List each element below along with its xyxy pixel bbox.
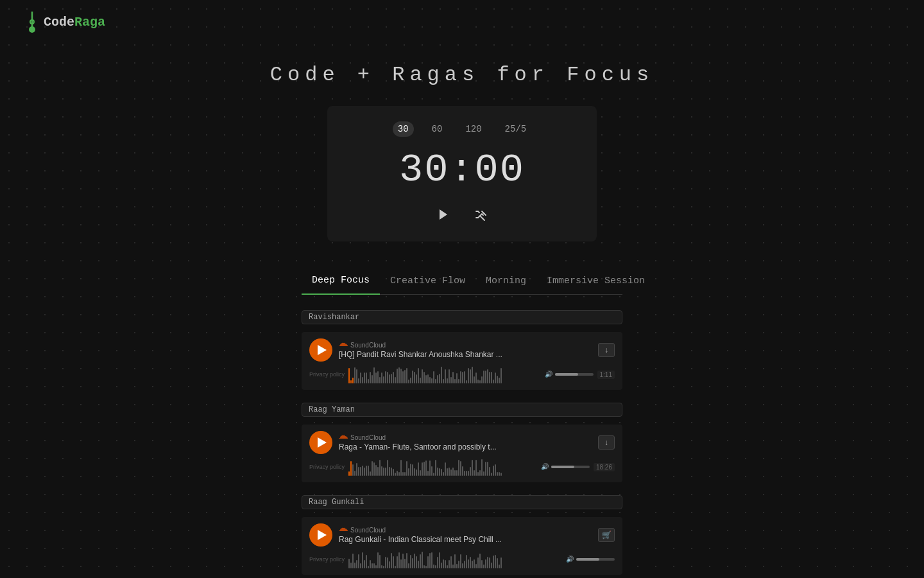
tab-morning[interactable]: Morning [475,267,536,294]
main-content: Code + Ragas for Focus 30 60 120 25/5 30… [0,44,924,578]
sc-title-1: Raga - Yaman- Flute, Santoor and possibl… [339,442,592,451]
sc-vol-slider-2[interactable] [576,558,615,561]
sc-privacy-1: Privacy policy [309,464,345,470]
sc-bottom-1: Privacy policy 🔊 18:26 [309,458,615,476]
sc-vol-fill-2 [576,558,599,561]
sc-play-icon-2 [318,530,327,540]
tabs-container: Deep Focus Creative Flow Morning Immersi… [302,267,622,295]
sc-actions-1: ↓ [598,435,615,450]
sc-vol-icon-0: 🔊 [545,371,552,378]
timer-widget: 30 60 120 25/5 30:00 [327,106,597,241]
play-icon [436,207,450,222]
sc-top-2: SoundCloud Rag Gunkali - Indian Classica… [309,523,615,547]
tab-creative-flow[interactable]: Creative Flow [380,267,475,294]
sc-vol-2: 🔊 [566,556,615,563]
logo-text: CodeRaga [44,15,105,30]
track-embed-0: SoundCloud [HQ] Pandit Ravi Shankar Anou… [302,332,622,390]
logo-icon [26,10,38,33]
sc-logo-text-0: SoundCloud [350,342,386,349]
soundcloud-logo-2 [339,527,348,532]
sc-privacy-0: Privacy policy [309,371,345,378]
sc-waveform-1 [348,458,537,476]
sc-vol-0: 🔊 [545,371,594,378]
sc-top-1: SoundCloud Raga - Yaman- Flute, Santoor … [309,431,615,454]
sc-bottom-0: Privacy policy 🔊 1:11 [309,365,615,383]
sc-time-1: 18:26 [594,463,615,471]
sc-info-0: SoundCloud [HQ] Pandit Ravi Shankar Anou… [339,342,592,359]
track-label-0: Ravishankar [302,310,622,324]
sc-play-2[interactable] [309,523,332,547]
sc-privacy-2: Privacy policy [309,556,345,563]
sc-vol-icon-2: 🔊 [566,556,574,563]
shuffle-icon [474,207,488,222]
sc-branding-1: SoundCloud [339,434,592,441]
sc-branding-0: SoundCloud [339,342,592,349]
track-embed-2: SoundCloud Rag Gunkali - Indian Classica… [302,517,622,575]
soundcloud-logo-1 [339,435,348,440]
preset-30[interactable]: 30 [393,121,414,137]
sc-vol-slider-1[interactable] [551,466,590,468]
preset-120[interactable]: 120 [460,121,486,137]
sc-info-1: SoundCloud Raga - Yaman- Flute, Santoor … [339,434,592,451]
sc-vol-fill-0 [555,373,578,376]
sc-download-2[interactable]: 🛒 [598,528,615,542]
preset-60[interactable]: 60 [427,121,448,137]
sc-download-1[interactable]: ↓ [598,435,615,450]
sc-vol-fill-1 [551,466,574,468]
sc-play-1[interactable] [309,431,332,454]
sc-play-0[interactable] [309,338,332,362]
sc-play-icon-1 [318,437,327,448]
playlist-container: Ravishankar SoundCloud [HQ] Pandit Ravi [302,310,622,578]
tab-immersive-session[interactable]: Immersive Session [536,267,655,294]
timer-display: 30:00 [399,147,525,193]
timer-presets: 30 60 120 25/5 [393,121,531,137]
soundcloud-logo-0 [339,342,348,347]
svg-marker-3 [440,209,447,220]
play-button[interactable] [431,203,454,226]
navbar: CodeRaga [0,0,924,44]
sc-download-0[interactable]: ↓ [598,343,615,357]
sc-logo-text-2: SoundCloud [350,527,386,534]
sc-waveform-2 [348,550,562,568]
sc-waveform-0 [348,365,541,383]
sc-play-icon-0 [318,345,327,355]
sc-top-0: SoundCloud [HQ] Pandit Ravi Shankar Anou… [309,338,615,362]
sc-time-0: 1:11 [597,371,615,379]
sc-logo-text-1: SoundCloud [350,434,386,441]
tab-deep-focus[interactable]: Deep Focus [302,267,380,295]
sc-vol-slider-0[interactable] [555,373,594,376]
timer-controls [431,203,493,226]
page-title: Code + Ragas for Focus [270,63,654,87]
sc-branding-2: SoundCloud [339,527,592,534]
track-label-2: Raag Gunkali [302,495,622,509]
sc-vol-icon-1: 🔊 [541,463,549,471]
logo: CodeRaga [26,10,105,33]
sc-title-2: Rag Gunkali - Indian Classical meet Psy … [339,535,592,544]
shuffle-button[interactable] [470,203,493,226]
track-embed-1: SoundCloud Raga - Yaman- Flute, Santoor … [302,425,622,482]
sc-title-0: [HQ] Pandit Ravi Shankar Anoushka Shanka… [339,350,592,359]
sc-actions-0: ↓ [598,343,615,357]
sc-bottom-2: Privacy policy 🔊 [309,550,615,568]
sc-actions-2: 🛒 [598,528,615,542]
sc-vol-1: 🔊 [541,463,590,471]
sc-info-2: SoundCloud Rag Gunkali - Indian Classica… [339,527,592,544]
track-label-1: Raag Yaman [302,403,622,417]
svg-point-0 [29,26,35,33]
preset-25-5[interactable]: 25/5 [500,121,532,137]
